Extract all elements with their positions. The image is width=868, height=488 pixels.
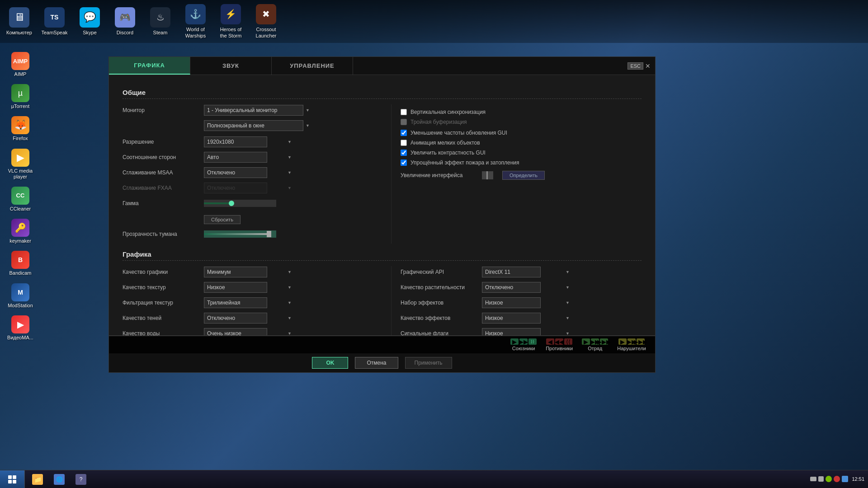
violator-icon-1: ▶ [618, 338, 627, 345]
fog-slider[interactable] [204, 230, 276, 238]
allies-label: Союзники [512, 346, 535, 351]
violators-icons: ▶ ▶▶ ▶▶▶ [618, 338, 645, 345]
clock-time: 12:51 [852, 476, 864, 483]
reset-button[interactable]: Сбросить [204, 215, 241, 224]
effq-select[interactable]: Низкое [482, 313, 541, 324]
desktop-icon-bandicam[interactable]: B Bandicam [2, 249, 38, 278]
triple-buf-label: Тройная буферизация [410, 119, 467, 125]
tab-controls[interactable]: УПРАВЛЕНИЕ [272, 57, 353, 75]
enemies-group: ◀ ◀◀ ⟨⟨ Противники [546, 338, 573, 351]
ok-button[interactable]: OK [312, 357, 348, 369]
gamma-control [204, 200, 373, 207]
tray-antivirus-icon [834, 476, 840, 482]
water-row: Качество воды Очень низкое [123, 328, 373, 335]
desktop-label-aimp: AIMP [14, 71, 27, 77]
apply-button[interactable]: Применить [405, 357, 452, 369]
taskbar-icon-warships[interactable]: ⚓ World of Warships [179, 2, 212, 42]
texf-select[interactable]: Трилинейная [204, 297, 267, 308]
settings-dialog: ГРАФИКА ЗВУК УПРАВЛЕНИЕ ESC ✕ Общие [108, 56, 656, 373]
interface-label: Увеличение интерфейса [401, 172, 482, 178]
taskbar-network[interactable]: 🌐 [48, 470, 70, 488]
contrast-checkbox[interactable] [401, 150, 407, 156]
desktop-icon-firefox[interactable]: 🦊 Firefox [2, 114, 38, 144]
allies-group: ▶ ▶▶ ⟩⟩ Союзники [510, 338, 537, 351]
shadow-label: Качество теней [123, 315, 204, 321]
fxaa-select[interactable]: Отключено [204, 183, 267, 193]
quality-control: Минимум [204, 267, 373, 277]
monitor-dropdown-wrapper: 1 - Универсальный монитор [204, 105, 312, 116]
cancel-button[interactable]: Отмена [355, 357, 398, 369]
fxaa-control: Отключено [204, 183, 373, 193]
bottom-icons-bar: ▶ ▶▶ ⟩⟩ Союзники ◀ ◀◀ ⟨⟨ Противники [109, 336, 655, 353]
effset-select[interactable]: Низкое [482, 297, 541, 308]
taskbar-icon-skype[interactable]: 💬 Skype [73, 5, 107, 38]
sigflag-select[interactable]: Низкое [482, 328, 541, 335]
resolution-select[interactable]: 868x488 [204, 136, 267, 147]
desktop-icon-vlc[interactable]: ▶ VLC media player [2, 146, 38, 182]
api-row: Графический API DirectX 11 [401, 266, 642, 278]
aspect-select[interactable]: Авто [204, 152, 267, 163]
monitor-select[interactable]: 1 - Универсальный монитор [204, 105, 303, 116]
aspect-row: Соотношение сторон Авто [123, 151, 373, 163]
desktop-icon-videoma[interactable]: ▶ ВидеоМА... [2, 313, 38, 343]
quality-select[interactable]: Минимум [204, 267, 267, 277]
esc-badge: ESC [627, 62, 643, 70]
right-general-col: Вертикальная синхронизация Тройная буфер… [391, 104, 642, 244]
taskbar-pinned-icons: 📁 🌐 ? [25, 470, 94, 488]
desktop-icon-ccleaner[interactable]: CC CCleaner [2, 184, 38, 214]
gamma-row: Гамма [123, 197, 373, 209]
desktop-label-modstation: ModStation [8, 303, 33, 309]
settings-main: Общие Монитор 1 - Универсальный монитор [109, 75, 655, 335]
clock-display: 12:51 [852, 476, 864, 483]
taskbar-icon-steam[interactable]: ♨ Steam [143, 5, 177, 38]
desktop-icons: AIMP AIMP µ µTorrent 🦊 Firefox ▶ VLC med… [0, 45, 41, 488]
ally-icon-2: ▶▶ [519, 338, 528, 345]
triple-buf-checkbox[interactable] [401, 119, 407, 125]
taskbar-unknown[interactable]: ? [70, 470, 92, 488]
texq-select[interactable]: Низкое [204, 282, 267, 293]
top-taskbar: 🖥 Компьютер TS TeamSpeak 💬 Skype 🎮 Disco… [0, 0, 868, 43]
tray-network-icon [810, 477, 816, 481]
desktop-label-keymaker: keymaker [9, 238, 31, 244]
taskbar-label-heroes: Heroes of the Storm [217, 26, 244, 39]
api-select[interactable]: DirectX 11 [482, 267, 541, 277]
taskbar-icon-discord[interactable]: 🎮 Discord [108, 5, 142, 38]
tab-sound[interactable]: ЗВУК [190, 57, 272, 75]
taskbar-icon-crossout[interactable]: ✖ Crossout Launcher [249, 2, 283, 42]
taskbar-icon-heroes[interactable]: ⚡ Heroes of the Storm [214, 2, 248, 42]
monitor-row: Монитор 1 - Универсальный монитор [123, 104, 373, 116]
desktop-icon-utorrent[interactable]: µ µTorrent [2, 82, 38, 112]
msaa-select[interactable]: Отключено [204, 167, 267, 178]
msaa-row: Сглаживание MSAA Отключено [123, 167, 373, 178]
desktop-icon-aimp[interactable]: AIMP AIMP [2, 50, 38, 80]
start-button[interactable] [0, 470, 25, 488]
determine-button[interactable]: Определить [502, 171, 545, 180]
desktop-icon-modstation[interactable]: M ModStation [2, 281, 38, 311]
squad-icon-1: ▶ [582, 338, 590, 345]
taskbar-icon-computer[interactable]: 🖥 Компьютер [2, 5, 36, 38]
veg-wrapper: Отключено [482, 282, 572, 293]
animation-checkbox[interactable] [401, 140, 407, 146]
squad-icon-3: ▶▶▶ [600, 338, 608, 345]
water-select[interactable]: Очень низкое [204, 328, 267, 335]
vsync-checkbox[interactable] [401, 109, 407, 115]
texf-control: Трилинейная [204, 297, 373, 308]
esc-close-button[interactable]: ESC ✕ [623, 57, 655, 75]
tray-nvidia-icon [826, 476, 832, 482]
windowmode-select[interactable]: Полноэкранный в окне [204, 120, 303, 131]
desktop-icon-keymaker[interactable]: 🔑 keymaker [2, 216, 38, 246]
gamma-slider[interactable] [204, 200, 276, 207]
tab-graphics[interactable]: ГРАФИКА [109, 57, 190, 75]
veg-select[interactable]: Отключено [482, 282, 541, 293]
fire-effect-checkbox[interactable] [401, 160, 407, 166]
interface-slider[interactable] [482, 171, 493, 179]
violator-icon-3: ▶▶▶ [637, 338, 645, 345]
shadow-select[interactable]: Отключено [204, 313, 267, 324]
taskbar-icon-teamspeak[interactable]: TS TeamSpeak [38, 5, 71, 38]
monitor-label: Монитор [123, 107, 204, 113]
reduce-gui-checkbox[interactable] [401, 130, 407, 136]
taskbar-label-teamspeak: TeamSpeak [41, 29, 67, 36]
resolution-label: Разрешение [123, 139, 204, 145]
taskbar-file-explorer[interactable]: 📁 [27, 470, 48, 488]
windows-taskbar: 📁 🌐 ? 12:51 [0, 470, 868, 488]
